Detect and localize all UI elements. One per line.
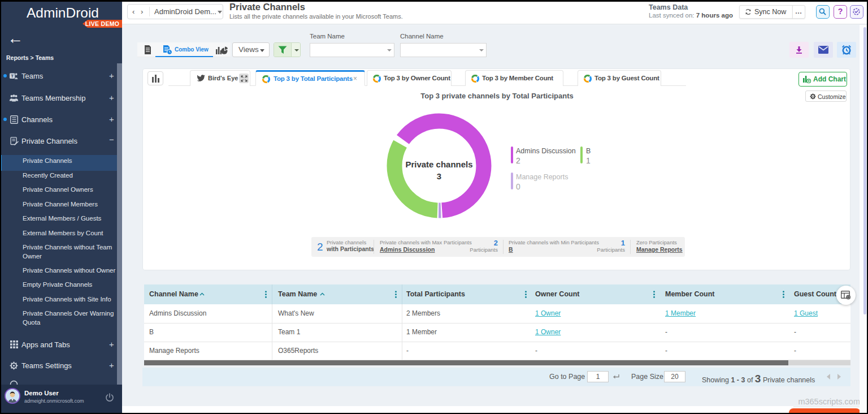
svg-text:T: T	[11, 74, 14, 79]
